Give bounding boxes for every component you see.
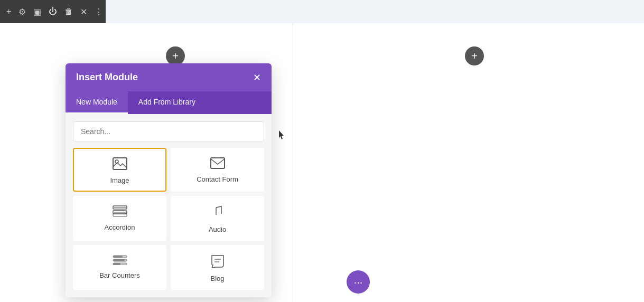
modal-body: Image Contact Form	[66, 114, 272, 297]
bar-counters-module-item[interactable]: Bar Counters	[73, 245, 166, 290]
modal-close-button[interactable]: ✕	[253, 73, 261, 82]
add-right-icon: +	[471, 50, 478, 62]
accordion-module-icon	[113, 205, 127, 219]
svg-rect-9	[113, 256, 123, 258]
image-module-icon	[113, 157, 127, 172]
settings-toolbar-icon[interactable]: ⚙	[18, 7, 26, 17]
trash-toolbar-icon[interactable]: 🗑	[64, 7, 73, 16]
image-module-item[interactable]: Image	[73, 148, 166, 192]
add-button-center[interactable]: +	[166, 46, 185, 65]
close-toolbar-icon[interactable]: ✕	[80, 7, 87, 17]
contact-form-module-item[interactable]: Contact Form	[171, 148, 264, 192]
modules-grid: Image Contact Form	[73, 148, 264, 290]
insert-module-modal: Insert Module ✕ New Module Add From Libr…	[66, 63, 272, 297]
audio-module-icon	[211, 205, 225, 221]
svg-rect-13	[113, 263, 120, 265]
accordion-module-label: Accordion	[105, 223, 135, 231]
modal-header: Insert Module ✕	[66, 63, 272, 91]
blog-module-label: Blog	[210, 275, 224, 282]
image-module-label: Image	[110, 176, 129, 184]
tab-add-from-library[interactable]: Add From Library	[128, 91, 206, 114]
audio-module-item[interactable]: Audio	[171, 196, 264, 241]
modal-tabs: New Module Add From Library	[66, 91, 272, 114]
svg-rect-0	[113, 158, 127, 169]
top-toolbar: + ⚙ ▣ ⏻ 🗑 ✕ ⋮	[0, 0, 106, 23]
layout-toolbar-icon[interactable]: ▣	[33, 7, 41, 17]
tab-new-module[interactable]: New Module	[66, 91, 128, 114]
search-input[interactable]	[73, 121, 264, 141]
more-toolbar-icon[interactable]: ⋮	[95, 7, 103, 17]
svg-rect-11	[113, 259, 125, 261]
modal-title: Insert Module	[76, 72, 138, 83]
contact-form-module-icon	[210, 157, 225, 171]
add-center-icon: +	[172, 50, 179, 62]
power-toolbar-icon[interactable]: ⏻	[49, 7, 57, 16]
contact-form-module-label: Contact Form	[197, 175, 238, 183]
blog-module-item[interactable]: Blog	[171, 245, 264, 290]
add-button-right[interactable]: +	[465, 46, 484, 65]
add-toolbar-icon[interactable]: +	[6, 7, 11, 16]
more-button[interactable]: ···	[347, 270, 370, 294]
blog-module-icon	[211, 254, 225, 270]
svg-rect-2	[211, 158, 225, 168]
audio-module-label: Audio	[209, 225, 226, 233]
bar-counters-module-icon	[113, 254, 127, 267]
bar-counters-module-label: Bar Counters	[99, 271, 140, 279]
more-icon: ···	[354, 276, 363, 288]
divider-line	[293, 23, 293, 302]
accordion-module-item[interactable]: Accordion	[73, 196, 166, 241]
